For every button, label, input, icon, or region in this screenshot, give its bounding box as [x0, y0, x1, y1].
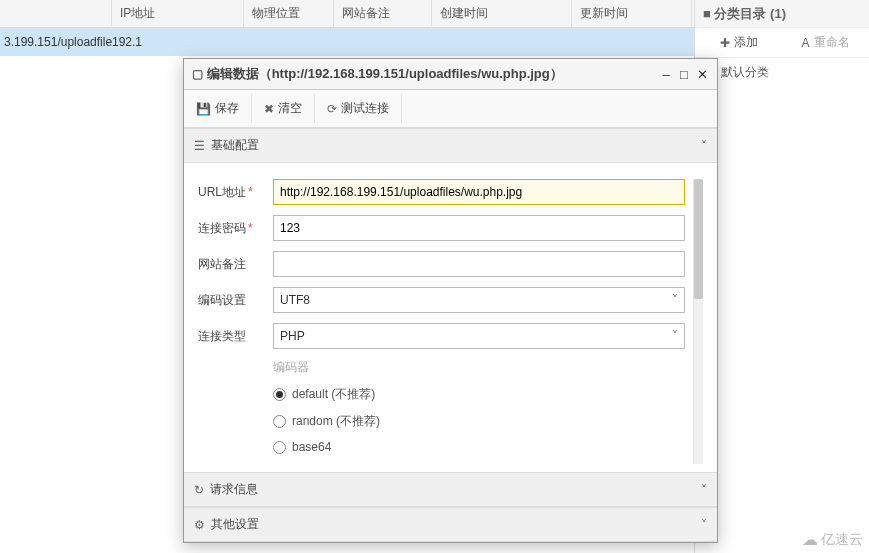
category-title: ■ 分类目录 (1): [695, 0, 869, 28]
th-updated[interactable]: 更新时间: [572, 0, 692, 27]
th-ip[interactable]: IP地址: [112, 0, 244, 27]
row-url-cell: 3.199.151/uploadfile: [4, 35, 112, 49]
category-panel: ■ 分类目录 (1) ✚ 添加 A 重命名 🗀 默认分类: [694, 0, 869, 553]
password-input[interactable]: [273, 215, 685, 241]
add-category-button[interactable]: ✚ 添加: [695, 34, 782, 51]
rename-category-button[interactable]: A 重命名: [782, 34, 869, 51]
dialog-toolbar: 💾 保存 ✖ 清空 ⟳ 测试连接: [184, 90, 717, 128]
encoder-random-radio[interactable]: random (不推荐): [273, 413, 685, 430]
maximize-button[interactable]: □: [677, 67, 691, 82]
edit-data-dialog: ▢ 编辑数据（http://192.168.199.151/uploadfile…: [183, 58, 718, 543]
gear-icon: ⚙: [194, 518, 205, 532]
th-note[interactable]: 网站备注: [334, 0, 432, 27]
table-row[interactable]: 3.199.151/uploadfile 192.1: [0, 28, 694, 56]
default-folder-label: 默认分类: [721, 64, 769, 81]
chevron-down-icon: ˅: [701, 139, 707, 153]
type-select[interactable]: PHP ˅: [273, 323, 685, 349]
url-label: URL地址: [198, 185, 246, 199]
plus-icon: ✚: [720, 36, 730, 50]
encoding-select[interactable]: UTF8 ˅: [273, 287, 685, 313]
radio-icon: [273, 388, 286, 401]
dialog-title-text: 编辑数据（http://192.168.199.151/uploadfiles/…: [207, 65, 563, 83]
th-created[interactable]: 创建时间: [432, 0, 572, 27]
chevron-down-icon: ˅: [701, 483, 707, 497]
form-body: URL地址* 连接密码* 网站备注 编码设置 UTF8 ˅ 连接类型: [184, 163, 717, 472]
chevron-down-icon: ˅: [701, 518, 707, 532]
note-input[interactable]: [273, 251, 685, 277]
row-ip-cell: 192.1: [112, 35, 152, 49]
clear-button[interactable]: ✖ 清空: [252, 94, 315, 123]
radio-icon: [273, 441, 286, 454]
close-button[interactable]: ✕: [695, 67, 709, 82]
encoder-title: 编码器: [273, 359, 685, 376]
window-icon: ▢: [192, 67, 203, 81]
spinner-icon: ⟳: [327, 102, 337, 116]
chevron-down-icon: ˅: [672, 293, 678, 307]
minimize-button[interactable]: –: [659, 67, 673, 82]
dialog-titlebar[interactable]: ▢ 编辑数据（http://192.168.199.151/uploadfile…: [184, 59, 717, 90]
list-icon: ☰: [194, 139, 205, 153]
rename-label: 重命名: [814, 34, 850, 51]
watermark: ☁ 亿速云: [802, 530, 863, 549]
encoder-base64-radio[interactable]: base64: [273, 440, 685, 454]
clear-icon: ✖: [264, 102, 274, 116]
save-icon: 💾: [196, 102, 211, 116]
encoding-label: 编码设置: [198, 292, 273, 309]
refresh-icon: ↻: [194, 483, 204, 497]
category-default-item[interactable]: 🗀 默认分类: [695, 58, 869, 87]
note-label: 网站备注: [198, 256, 273, 273]
radio-icon: [273, 415, 286, 428]
cloud-icon: ☁: [802, 530, 818, 549]
save-button[interactable]: 💾 保存: [184, 94, 252, 123]
type-label: 连接类型: [198, 328, 273, 345]
chevron-down-icon: ˅: [672, 329, 678, 343]
section-basic[interactable]: ☰ 基础配置 ˅: [184, 128, 717, 163]
section-other[interactable]: ⚙ 其他设置 ˅: [184, 507, 717, 542]
encoder-default-radio[interactable]: default (不推荐): [273, 386, 685, 403]
th-loc[interactable]: 物理位置: [244, 0, 334, 27]
test-connection-button[interactable]: ⟳ 测试连接: [315, 94, 402, 123]
font-icon: A: [801, 36, 809, 50]
section-request[interactable]: ↻ 请求信息 ˅: [184, 472, 717, 507]
url-input[interactable]: [273, 179, 685, 205]
table-header: IP地址 物理位置 网站备注 创建时间 更新时间: [0, 0, 694, 28]
password-label: 连接密码: [198, 221, 246, 235]
form-scrollbar[interactable]: [693, 179, 703, 464]
add-label: 添加: [734, 34, 758, 51]
scrollbar-thumb[interactable]: [694, 179, 703, 299]
